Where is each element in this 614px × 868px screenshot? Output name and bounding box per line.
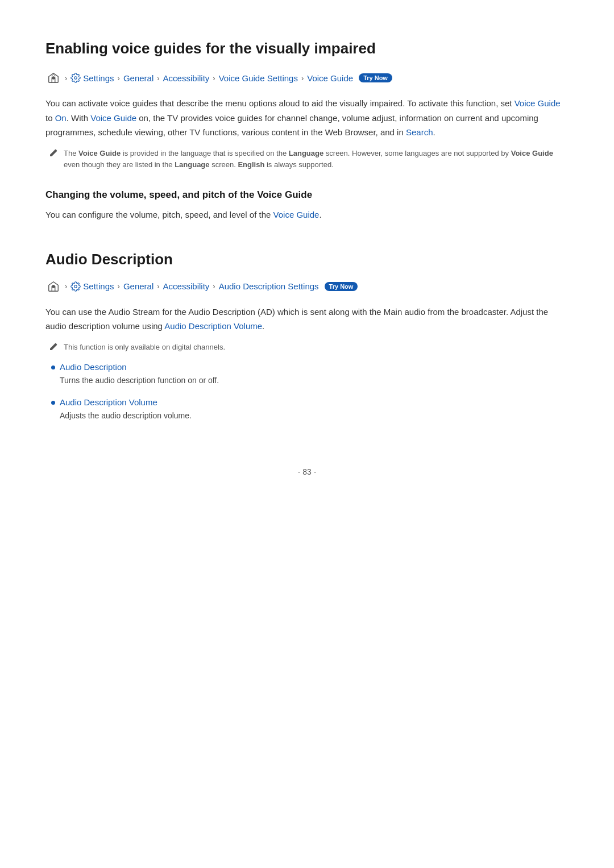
svg-point-3 [74,285,77,288]
breadcrumb-sep5: › [301,74,304,82]
breadcrumb-general-link[interactable]: General [123,73,154,83]
breadcrumb-settings-link[interactable]: Settings [83,73,114,83]
audio-description-link[interactable]: Audio Description [60,362,569,372]
page-content: Enabling voice guides for the visually i… [45,40,569,476]
bullet-dot2 [51,401,55,405]
home-icon2 [45,279,61,294]
note1-text: The Voice Guide is provided in the langu… [64,148,569,172]
breadcrumb2-sep1: › [65,282,67,290]
feature-list: Audio Description Turns the audio descri… [45,362,569,422]
para1: You can activate voice guides that descr… [45,96,569,140]
section1-title: Enabling voice guides for the visually i… [45,40,569,57]
svg-point-2 [52,285,55,288]
svg-point-0 [52,76,55,80]
para3: You can use the Audio Stream for the Aud… [45,305,569,334]
bullet-content2: Audio Description Volume Adjusts the aud… [60,397,569,422]
list-item: Audio Description Turns the audio descri… [51,362,569,387]
subtitle1: Changing the volume, speed, and pitch of… [45,189,569,201]
breadcrumb2: › Settings › General › Accessibility › A… [45,279,569,294]
note2-box: This function is only available on digit… [45,342,569,354]
breadcrumb2-audiodesc-link[interactable]: Audio Description Settings [219,281,319,291]
search-link[interactable]: Search [406,127,433,137]
voice-guide-link3[interactable]: Voice Guide [273,210,320,219]
pencil-icon2 [49,342,58,353]
settings-icon [70,73,81,83]
try-now-badge1[interactable]: Try Now [359,73,392,82]
try-now-badge2[interactable]: Try Now [325,282,358,291]
list-item: Audio Description Volume Adjusts the aud… [51,397,569,422]
breadcrumb2-sep3: › [157,282,159,290]
on-link[interactable]: On [55,113,67,123]
breadcrumb-accessibility-link1[interactable]: Accessibility [163,73,210,83]
breadcrumb-voiceguide-link[interactable]: Voice Guide [307,73,353,83]
breadcrumb-sep2: › [118,74,120,82]
breadcrumb-sep3: › [157,74,159,82]
note-voice-guide-link1[interactable]: Voice Guide [78,149,121,157]
bullet-dot1 [51,366,55,369]
note1-box: The Voice Guide is provided in the langu… [45,148,569,172]
breadcrumb2-accessibility-link[interactable]: Accessibility [163,281,210,291]
audio-description-volume-link[interactable]: Audio Description Volume [60,397,569,407]
home-icon [45,70,61,86]
page-number: - 83 - [45,456,569,476]
breadcrumb2-general-link[interactable]: General [123,281,154,291]
note-english-link[interactable]: English [238,160,264,169]
audio-desc-volume-link1[interactable]: Audio Description Volume [164,321,262,331]
bullet-content1: Audio Description Turns the audio descri… [60,362,569,387]
note-voice-guide-link2[interactable]: Voice Guide [511,149,553,157]
voice-guide-link1[interactable]: Voice Guide [515,98,561,108]
breadcrumb2-settings-link[interactable]: Settings [83,281,114,291]
section2-title: Audio Description [45,251,569,268]
voice-guide-link2[interactable]: Voice Guide [90,113,136,123]
breadcrumb-sep4: › [213,74,215,82]
breadcrumb-sep1: › [65,74,67,82]
breadcrumb1: › Settings › General › Accessibility › V… [45,70,569,86]
note-language-link2[interactable]: Language [175,160,209,169]
note-language-link1[interactable]: Language [289,149,323,157]
settings-icon2 [70,281,81,292]
breadcrumb2-sep4: › [213,282,215,290]
bullet-desc1: Turns the audio description function on … [60,376,219,385]
breadcrumb2-sep2: › [118,282,120,290]
para2: You can configure the volume, pitch, spe… [45,207,569,222]
bullet-desc2: Adjusts the audio description volume. [60,411,192,420]
note2-text: This function is only available on digit… [64,342,225,354]
breadcrumb-voiceguide-settings-link[interactable]: Voice Guide Settings [219,73,298,83]
pencil-icon1 [49,148,58,159]
svg-point-1 [74,77,77,80]
